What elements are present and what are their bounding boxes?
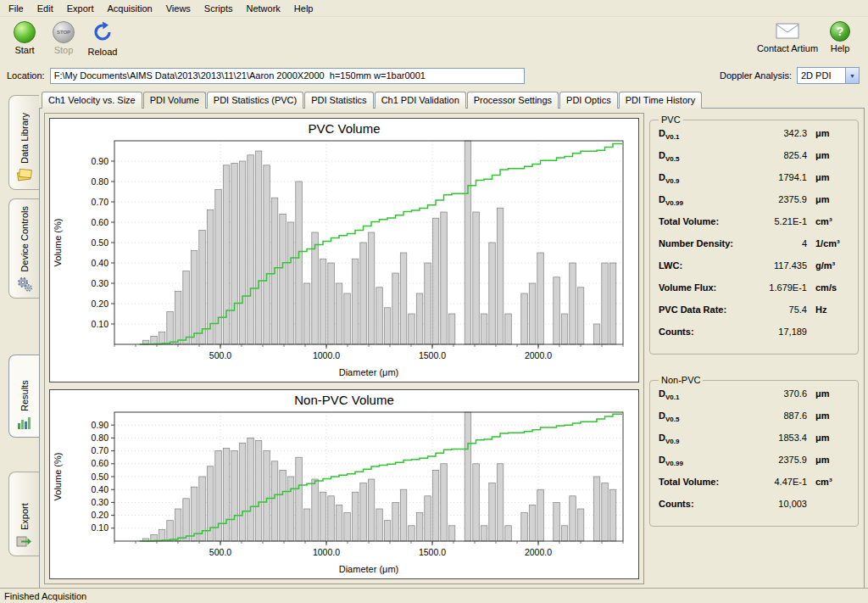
stat-value: 2375.9 bbox=[758, 194, 807, 204]
non-pvc-stats-legend: Non-PVC bbox=[659, 375, 703, 385]
stat-row: DV0.91853.4μm bbox=[659, 433, 851, 455]
bar-chart-icon bbox=[17, 415, 32, 432]
stat-row: DV0.1370.6μm bbox=[659, 388, 851, 410]
stat-label: DV0.99 bbox=[659, 194, 758, 207]
stat-unit: μm bbox=[815, 150, 851, 160]
tab-ch1-pdi-validation[interactable]: Ch1 PDI Validation bbox=[375, 92, 466, 109]
tab-pdi-statistics[interactable]: PDI Statistics bbox=[304, 92, 373, 109]
svg-text:0.50: 0.50 bbox=[92, 237, 109, 248]
stat-unit: g/m³ bbox=[815, 260, 851, 271]
workspace: Ch1 Velocity vs. Size PDI Volume PDI Sta… bbox=[39, 87, 865, 588]
menu-scripts[interactable]: Scripts bbox=[198, 1, 240, 16]
stat-value: 887.6 bbox=[758, 410, 807, 421]
stat-label: DV0.1 bbox=[659, 128, 758, 141]
toolbar: Start STOP Stop Reload Contact Artium ? … bbox=[0, 17, 868, 64]
stat-row: DV0.5825.4μm bbox=[659, 150, 851, 172]
stat-unit: μm bbox=[815, 433, 851, 443]
svg-text:0.70: 0.70 bbox=[92, 197, 109, 207]
stat-value: 75.4 bbox=[758, 304, 807, 315]
stop-icon-text: STOP bbox=[53, 22, 74, 42]
svg-text:Diameter (μm): Diameter (μm) bbox=[339, 564, 399, 574]
tab-ch1-velocity-vs-size[interactable]: Ch1 Velocity vs. Size bbox=[42, 92, 142, 109]
menu-help[interactable]: Help bbox=[287, 1, 320, 16]
tab-pdi-optics[interactable]: PDI Optics bbox=[559, 92, 618, 109]
svg-text:0.50: 0.50 bbox=[92, 472, 109, 482]
stop-label: Stop bbox=[54, 45, 74, 55]
stat-value: 825.4 bbox=[758, 150, 807, 160]
stat-value: 4 bbox=[758, 238, 807, 248]
start-button[interactable]: Start bbox=[5, 20, 44, 55]
stat-label: DV0.9 bbox=[659, 433, 758, 445]
svg-text:0.20: 0.20 bbox=[92, 510, 109, 520]
svg-text:0.90: 0.90 bbox=[92, 156, 109, 166]
contact-artium-button[interactable]: Contact Artium bbox=[754, 20, 821, 53]
stat-row: Total Volume:5.21E-1cm³ bbox=[659, 216, 851, 238]
stat-value: 1794.1 bbox=[758, 172, 807, 182]
stat-row: Volume Flux:1.679E-1cm/s bbox=[659, 282, 851, 304]
stat-label: DV0.1 bbox=[659, 388, 758, 401]
stat-value: 1853.4 bbox=[758, 433, 807, 443]
sidebar-item-data-library[interactable]: Data Library bbox=[8, 95, 39, 190]
tab-pdi-time-history[interactable]: PDI Time History bbox=[619, 92, 703, 109]
location-input[interactable] bbox=[50, 68, 525, 84]
sidebar-item-device-controls[interactable]: Device Controls bbox=[8, 198, 39, 299]
charts-container: PVC Volume 0.100.200.300.400.500.600.700… bbox=[44, 113, 644, 584]
non-pvc-stats-group: Non-PVC DV0.1370.6μmDV0.5887.6μmDV0.9185… bbox=[649, 375, 859, 527]
menu-acquisition[interactable]: Acquisition bbox=[101, 1, 159, 16]
reload-icon bbox=[92, 21, 114, 45]
help-label: Help bbox=[831, 43, 850, 53]
tab-pdi-statistics-pvc[interactable]: PDI Statistics (PVC) bbox=[207, 92, 303, 109]
pvc-volume-chart-title: PVC Volume bbox=[50, 120, 638, 136]
pvc-stats-legend: PVC bbox=[659, 114, 683, 125]
stat-label: Total Volume: bbox=[659, 216, 758, 226]
pvc-stats-group: PVC DV0.1342.3μmDV0.5825.4μmDV0.91794.1μ… bbox=[649, 114, 859, 355]
stat-value: 342.3 bbox=[758, 128, 807, 138]
chevron-down-icon[interactable]: ▼ bbox=[845, 68, 859, 83]
svg-text:Volume (%): Volume (%) bbox=[53, 219, 63, 267]
pvc-volume-chart-panel: PVC Volume 0.100.200.300.400.500.600.700… bbox=[49, 118, 639, 382]
stat-value: 17,189 bbox=[758, 327, 807, 337]
svg-text:0.30: 0.30 bbox=[92, 497, 109, 507]
svg-text:Volume (%): Volume (%) bbox=[53, 453, 63, 501]
menu-export[interactable]: Export bbox=[60, 1, 101, 16]
doppler-analysis-select[interactable]: 2D PDI ▼ bbox=[797, 67, 860, 84]
tab-processor-settings[interactable]: Processor Settings bbox=[467, 92, 559, 109]
menu-edit[interactable]: Edit bbox=[31, 1, 60, 16]
stat-unit: 1/cm³ bbox=[815, 238, 851, 248]
svg-text:0.10: 0.10 bbox=[92, 319, 109, 329]
stop-button[interactable]: STOP Stop bbox=[44, 20, 83, 55]
stat-row: Number Density:41/cm³ bbox=[659, 238, 851, 260]
svg-text:0.60: 0.60 bbox=[92, 458, 109, 468]
sidebar-item-export[interactable]: Export bbox=[8, 472, 39, 556]
location-label: Location: bbox=[7, 70, 45, 81]
stat-row: DV0.5887.6μm bbox=[659, 410, 851, 433]
stat-label: DV0.5 bbox=[659, 410, 758, 423]
sidebar-item-results[interactable]: Results bbox=[8, 355, 39, 438]
reload-button[interactable]: Reload bbox=[83, 20, 122, 57]
sidebar: Data Library Device Controls Results bbox=[3, 87, 39, 588]
menu-views[interactable]: Views bbox=[159, 1, 198, 16]
menu-file[interactable]: File bbox=[2, 1, 31, 16]
svg-text:0.20: 0.20 bbox=[92, 299, 109, 309]
stat-unit: cm/s bbox=[815, 282, 851, 293]
stat-label: Total Volume: bbox=[659, 477, 758, 487]
help-button[interactable]: ? Help bbox=[821, 20, 860, 53]
status-bar: Finished Acquisition bbox=[0, 588, 868, 603]
stat-value: 1.679E-1 bbox=[758, 282, 807, 293]
reload-label: Reload bbox=[88, 47, 118, 57]
stat-row: DV0.1342.3μm bbox=[659, 128, 851, 150]
svg-text:0.80: 0.80 bbox=[92, 176, 109, 187]
tab-pdi-volume[interactable]: PDI Volume bbox=[143, 92, 206, 109]
stat-unit: μm bbox=[815, 388, 851, 399]
stat-value: 370.6 bbox=[758, 388, 807, 399]
stat-unit: μm bbox=[815, 410, 851, 421]
stat-row: Counts:17,189 bbox=[659, 327, 851, 349]
doppler-analysis-value: 2D PDI bbox=[798, 68, 845, 83]
help-icon: ? bbox=[830, 21, 850, 42]
svg-text:2000.0: 2000.0 bbox=[525, 350, 552, 360]
svg-text:500.0: 500.0 bbox=[209, 350, 231, 360]
location-bar: Location: Doppler Analysis: 2D PDI ▼ bbox=[0, 64, 868, 87]
menu-network[interactable]: Network bbox=[239, 1, 287, 16]
svg-text:0.40: 0.40 bbox=[92, 258, 109, 268]
doppler-analysis-label: Doppler Analysis: bbox=[720, 70, 792, 81]
